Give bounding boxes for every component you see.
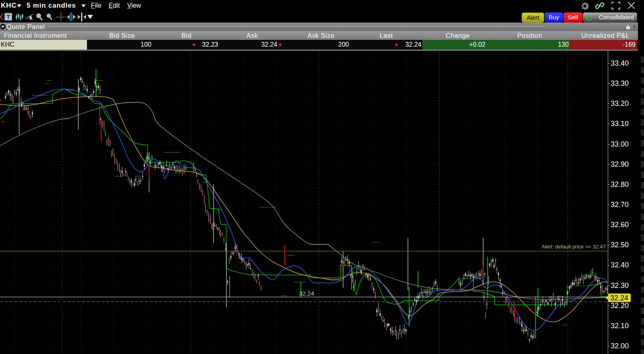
svg-text:Alert: default price >= 32.47: Alert: default price >= 32.47: [541, 244, 606, 250]
svg-text:33.40: 33.40: [611, 59, 629, 67]
svg-text:33.30: 33.30: [611, 79, 629, 87]
svg-text:32.20: 32.20: [611, 302, 629, 310]
svg-text:32.50: 32.50: [611, 241, 629, 249]
svg-text:32.24: 32.24: [610, 294, 628, 302]
svg-text:32.24: 32.24: [299, 290, 314, 297]
svg-text:32.30: 32.30: [611, 282, 629, 290]
svg-text:33.20: 33.20: [611, 99, 629, 108]
svg-text:32.70: 32.70: [611, 201, 629, 209]
svg-text:32.40: 32.40: [611, 261, 629, 269]
svg-text:32.60: 32.60: [611, 221, 629, 229]
svg-text:33.00: 33.00: [611, 140, 629, 148]
svg-text:32.90: 32.90: [611, 160, 629, 168]
svg-text:32.00: 32.00: [611, 342, 629, 350]
svg-text:32.10: 32.10: [611, 322, 629, 330]
svg-text:33.10: 33.10: [611, 120, 629, 128]
svg-text:32.80: 32.80: [611, 180, 629, 188]
